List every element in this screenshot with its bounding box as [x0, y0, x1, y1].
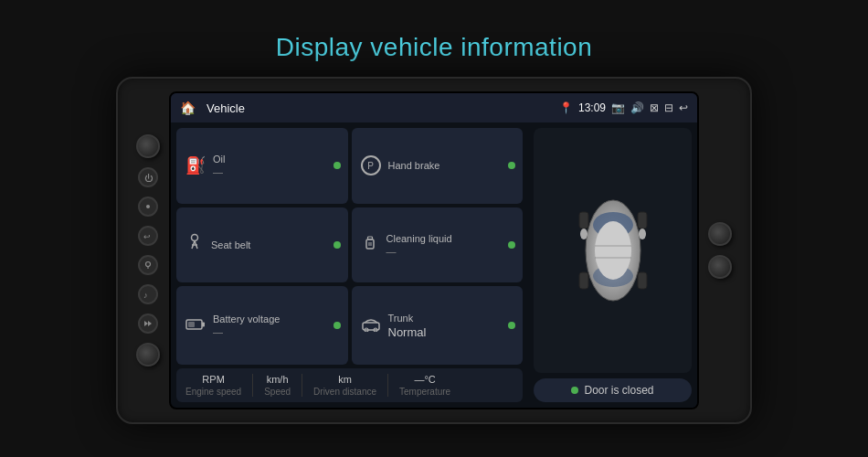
back-button[interactable]: ↩	[138, 226, 158, 246]
cleaning-text: Cleaning liquid —	[386, 233, 514, 257]
screen-title: Vehicle	[206, 101, 552, 115]
rpm-unit: RPM	[185, 374, 241, 385]
svg-point-8	[192, 235, 198, 241]
left-knob-top[interactable]	[136, 134, 160, 158]
cleaning-value: —	[386, 246, 514, 257]
door-status: Door is closed	[534, 378, 692, 402]
right-panel: Door is closed	[528, 122, 697, 408]
svg-point-3	[146, 262, 151, 267]
seat-belt-status	[333, 241, 341, 249]
left-side-buttons: ⏻ ↩ ♪	[136, 134, 160, 367]
screen-body: ⛽ Oil — P Hand brake	[171, 122, 697, 408]
svg-point-33	[639, 228, 646, 239]
oil-text: Oil —	[213, 154, 339, 177]
screen: 🏠 Vehicle 📍 13:09 📷 🔊 ⊠ ⊟ ↩ ⛽	[169, 91, 699, 409]
metrics-bar: RPM Engine speed km/h Speed km Driven di…	[176, 368, 523, 402]
temp-unit: —°C	[399, 374, 450, 385]
temp-label: Temperature	[399, 387, 450, 397]
clock: 13:09	[578, 101, 606, 114]
rpm-metric: RPM Engine speed	[185, 374, 241, 397]
oil-icon: ⛽	[185, 155, 206, 175]
battery-status	[333, 322, 341, 329]
battery-card[interactable]: Battery voltage —	[176, 286, 348, 365]
svg-text:↩: ↩	[143, 232, 151, 240]
hand-brake-status	[508, 162, 515, 169]
cleaning-liquid-card[interactable]: Cleaning liquid —	[352, 207, 524, 283]
back-nav-icon[interactable]: ↩	[679, 101, 688, 114]
speed-unit: km/h	[264, 374, 291, 385]
divider-1	[252, 374, 253, 397]
left-panel: ⛽ Oil — P Hand brake	[171, 122, 528, 408]
left-knob-bottom[interactable]	[136, 343, 160, 367]
window-icon: ⊟	[664, 101, 673, 114]
volume-icon: 🔊	[630, 101, 644, 114]
device: ⏻ ↩ ♪ 🏠 Vehicle 📍 13:09 📷 🔊	[116, 77, 752, 424]
trunk-label: Trunk	[388, 313, 514, 324]
camera-icon: 📷	[611, 101, 625, 114]
battery-text: Battery voltage —	[213, 314, 339, 337]
right-side-buttons	[708, 222, 732, 279]
location-icon: 📍	[559, 101, 573, 114]
seat-belt-text: Seat belt	[211, 239, 339, 250]
trunk-value: Normal	[388, 325, 514, 339]
nav-button[interactable]	[138, 197, 158, 217]
trunk-icon	[361, 315, 381, 336]
svg-marker-6	[144, 321, 148, 326]
speed-metric: km/h Speed	[264, 374, 291, 397]
distance-unit: km	[313, 374, 376, 385]
door-status-dot	[571, 387, 578, 394]
oil-card[interactable]: ⛽ Oil —	[176, 128, 348, 204]
right-knob-top[interactable]	[708, 222, 732, 246]
svg-rect-13	[367, 237, 372, 239]
svg-rect-31	[638, 272, 647, 289]
svg-rect-12	[366, 239, 374, 249]
door-status-text: Door is closed	[584, 384, 653, 397]
svg-rect-28	[579, 212, 588, 228]
hand-brake-icon: P	[361, 155, 381, 175]
battery-label: Battery voltage	[213, 314, 339, 324]
svg-rect-18	[188, 322, 195, 327]
seat-belt-icon	[185, 233, 204, 256]
volume-button[interactable]: ♪	[138, 284, 158, 304]
svg-text:♪: ♪	[143, 291, 148, 299]
power-button[interactable]: ⏻	[138, 167, 158, 187]
oil-status	[333, 162, 341, 169]
oil-value: —	[213, 166, 339, 177]
svg-rect-29	[638, 212, 647, 228]
status-bar: 🏠 Vehicle 📍 13:09 📷 🔊 ⊠ ⊟ ↩	[171, 93, 697, 122]
cleaning-label: Cleaning liquid	[386, 233, 514, 244]
svg-rect-30	[579, 272, 588, 289]
svg-point-32	[580, 228, 587, 239]
svg-text:⏻: ⏻	[144, 174, 153, 182]
svg-marker-7	[148, 321, 152, 326]
car-view	[534, 128, 692, 373]
svg-point-25	[595, 221, 631, 280]
right-knob-bottom[interactable]	[708, 255, 732, 279]
distance-label: Driven distance	[313, 387, 376, 397]
divider-2	[302, 374, 302, 397]
signal-icon: ⊠	[650, 101, 659, 114]
temp-metric: —°C Temperature	[399, 374, 450, 397]
battery-value: —	[213, 326, 339, 337]
status-icons: 📍 13:09 📷 🔊 ⊠ ⊟ ↩	[559, 101, 688, 114]
map-button[interactable]	[138, 255, 158, 275]
car-top-view	[563, 173, 663, 328]
rpm-label: Engine speed	[185, 387, 241, 397]
home-icon[interactable]: 🏠	[180, 101, 196, 115]
trunk-text: Trunk Normal	[388, 313, 514, 339]
oil-label: Oil	[213, 154, 339, 165]
cleaning-icon	[361, 233, 379, 256]
page-title: Display vehicle information	[276, 33, 593, 62]
hand-brake-card[interactable]: P Hand brake	[352, 128, 524, 204]
hand-brake-text: Hand brake	[388, 160, 514, 171]
trunk-card[interactable]: Trunk Normal	[352, 286, 524, 365]
distance-metric: km Driven distance	[313, 374, 376, 397]
skip-button[interactable]	[138, 314, 158, 334]
cleaning-status	[508, 241, 515, 249]
hand-brake-label: Hand brake	[388, 160, 514, 171]
battery-icon	[185, 316, 206, 335]
seat-belt-card[interactable]: Seat belt	[176, 207, 348, 283]
speed-label: Speed	[264, 387, 291, 397]
info-grid: ⛽ Oil — P Hand brake	[176, 128, 523, 365]
svg-rect-17	[202, 322, 205, 326]
